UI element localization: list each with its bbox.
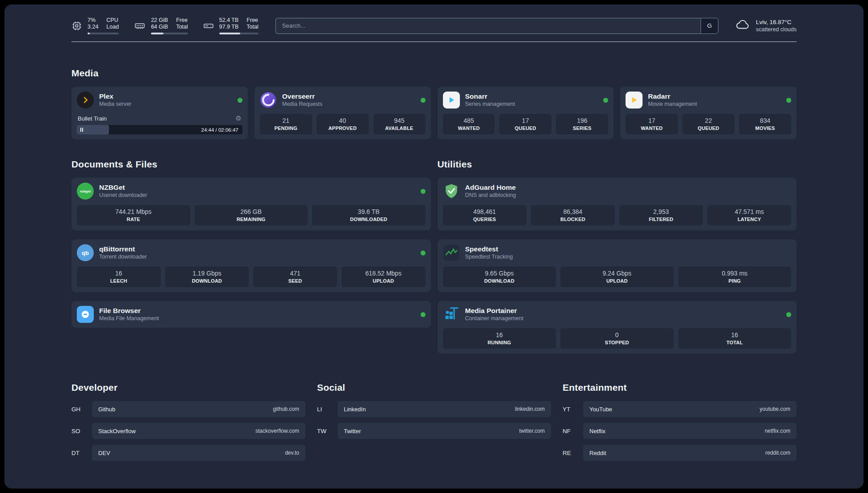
stat-value: 744.21 Mbps xyxy=(79,208,188,215)
stats-row: 21 PENDING 40 APPROVED 945 AVAILABLE xyxy=(260,109,426,134)
bookmark-link-dev[interactable]: DEV dev.to xyxy=(92,445,305,461)
app-card-sonarr[interactable]: Sonarr Series management 485 WANTED 17 Q… xyxy=(438,87,614,139)
stat-box: 0.993 ms PING xyxy=(678,267,792,287)
top-bar: 7% CPU 3.24 Load 22 xyxy=(71,17,797,34)
stat-label: QUERIES xyxy=(445,217,525,222)
bookmark-abbr: RE xyxy=(563,450,576,456)
app-name: AdGuard Home xyxy=(465,183,516,192)
search-input[interactable] xyxy=(275,18,701,34)
dashboard-content: 7% CPU 3.24 Load 22 xyxy=(71,4,797,467)
bookmark-link-youtube[interactable]: YouTube youtube.com xyxy=(583,401,797,417)
cpu-icon xyxy=(71,21,82,31)
disk-monitor: 52.4 TB Free 97.9 TB Total xyxy=(203,17,259,34)
stat-label: PING xyxy=(680,278,790,284)
stat-label: PENDING xyxy=(262,125,310,131)
stat-value: 17 xyxy=(501,117,550,124)
stat-box: 86,384 BLOCKED xyxy=(531,205,615,226)
bookmark-row: NF Netflix netflix.com xyxy=(563,423,797,439)
playback-progress-bar[interactable]: 24:44 / 02:06:47 xyxy=(77,125,242,134)
app-card-nzbget[interactable]: nzbget NZBGet Usenet downloader 744.21 M… xyxy=(71,178,431,230)
stat-box: 196 SERIES xyxy=(556,114,608,134)
radarr-icon xyxy=(626,92,643,109)
stat-label: DOWNLOAD xyxy=(167,278,247,284)
app-name: Sonarr xyxy=(465,92,515,100)
app-card-overseerr[interactable]: Overseerr Media Requests 21 PENDING 40 A… xyxy=(255,87,431,139)
status-dot xyxy=(421,312,426,317)
cpu-usage-label: CPU xyxy=(106,17,119,23)
bookmark-row: TW Twitter twitter.com xyxy=(317,423,551,439)
app-name: Radarr xyxy=(648,92,697,100)
disk-total-value: 97.9 TB xyxy=(219,24,239,30)
stat-value: 266 GB xyxy=(196,208,306,215)
stat-value: 21 xyxy=(262,117,310,124)
stat-value: 16 xyxy=(445,331,555,338)
entertainment-section-title: Entertainment xyxy=(563,382,797,393)
cpu-progress-bar xyxy=(88,33,119,34)
bookmark-abbr: GH xyxy=(71,406,85,413)
bookmark-row: RE Reddit reddit.com xyxy=(563,445,797,461)
playback-time: 24:44 / 02:06:47 xyxy=(201,127,238,133)
stat-value: 834 xyxy=(741,117,789,124)
now-playing-widget: Bullet Train ⚙ 24:44 / 02:06:47 xyxy=(77,111,242,134)
weather-widget: Lviv, 16.87°C scattered clouds xyxy=(735,19,797,33)
stat-box: 39.6 TB DOWNLOADED xyxy=(312,205,426,226)
stat-value: 485 xyxy=(445,117,493,124)
stat-label: UPLOAD xyxy=(562,278,672,284)
bookmark-link-netflix[interactable]: Netflix netflix.com xyxy=(583,423,797,439)
bookmark-group-social: Social LI LinkedIn linkedin.com TW Twitt… xyxy=(317,382,551,445)
stat-value: 16 xyxy=(680,331,790,338)
media-grid: Plex Media server Bullet Train ⚙ xyxy=(71,87,797,139)
ram-free-value: 22 GiB xyxy=(151,17,168,23)
stat-label: DOWNLOAD xyxy=(445,278,555,284)
bookmark-link-stackoverflow[interactable]: StackOverflow stackoverflow.com xyxy=(92,423,305,439)
stat-box: 485 WANTED xyxy=(443,114,495,134)
stats-row: 9.65 Gbps DOWNLOAD 9.24 Gbps UPLOAD 0.99… xyxy=(443,261,792,287)
status-dot xyxy=(238,98,242,103)
app-card-portainer[interactable]: Media Portainer Container management 16 … xyxy=(438,301,797,354)
stat-box: 17 WANTED xyxy=(626,114,678,134)
cpu-monitor: 7% CPU 3.24 Load xyxy=(71,17,119,34)
pause-icon xyxy=(80,128,81,132)
bookmark-link-twitter[interactable]: Twitter twitter.com xyxy=(338,423,551,439)
bookmark-group-entertainment: Entertainment YT YouTube youtube.com NF … xyxy=(563,382,797,467)
app-subtitle: Movie management xyxy=(648,101,697,108)
stat-label: REMAINING xyxy=(196,217,306,222)
stats-row: 16 LEECH 1.19 Gbps DOWNLOAD 471 SEED 6 xyxy=(77,261,426,287)
app-card-adguard[interactable]: AdGuard Home DNS and adblocking 498,461 … xyxy=(438,178,797,230)
bookmark-link-linkedin[interactable]: LinkedIn linkedin.com xyxy=(338,401,551,417)
stats-row: 17 WANTED 22 QUEUED 834 MOVIES xyxy=(626,109,791,134)
app-subtitle: Usenet downloader xyxy=(99,192,147,199)
bookmark-link-reddit[interactable]: Reddit reddit.com xyxy=(583,445,797,461)
bookmark-link-github[interactable]: Github github.com xyxy=(92,401,305,417)
app-card-radarr[interactable]: Radarr Movie management 17 WANTED 22 QUE… xyxy=(620,87,797,139)
stat-value: 0.993 ms xyxy=(680,270,790,277)
social-section-title: Social xyxy=(317,382,551,393)
app-subtitle: Speedtest Tracking xyxy=(465,254,513,261)
bookmark-abbr: DT xyxy=(71,450,85,456)
bookmark-abbr: LI xyxy=(317,406,330,413)
ram-free-label: Free xyxy=(176,17,188,23)
app-subtitle: Media server xyxy=(99,101,131,108)
app-name: File Browser xyxy=(99,306,159,315)
media-section-title: Media xyxy=(71,68,797,79)
app-card-qbittorrent[interactable]: qb qBittorrent Torrent downloader 16 LEE… xyxy=(71,239,431,292)
stat-box: 618.52 Mbps UPLOAD xyxy=(342,267,426,287)
gear-icon[interactable]: ⚙ xyxy=(235,115,241,122)
app-card-speedtest[interactable]: Speedtest Speedtest Tracking 9.65 Gbps D… xyxy=(438,239,797,292)
stat-box: 498,461 QUERIES xyxy=(443,205,527,226)
status-dot xyxy=(421,98,426,103)
stat-label: QUEUED xyxy=(684,125,733,131)
stat-box: 16 LEECH xyxy=(77,267,161,287)
bookmark-abbr: SO xyxy=(71,428,85,435)
stat-box: 22 QUEUED xyxy=(682,114,734,134)
app-card-plex[interactable]: Plex Media server Bullet Train ⚙ xyxy=(71,87,248,139)
status-dot xyxy=(786,312,791,317)
nzbget-icon: nzbget xyxy=(77,183,94,200)
stat-box: 0 STOPPED xyxy=(560,328,674,349)
app-card-filebrowser[interactable]: File Browser Media File Management xyxy=(71,301,431,328)
search-engine-button[interactable]: G xyxy=(701,18,718,34)
status-dot xyxy=(421,189,426,194)
app-subtitle: Series management xyxy=(465,101,515,108)
stat-value: 196 xyxy=(558,117,606,124)
stat-box: 471 SEED xyxy=(253,267,337,287)
